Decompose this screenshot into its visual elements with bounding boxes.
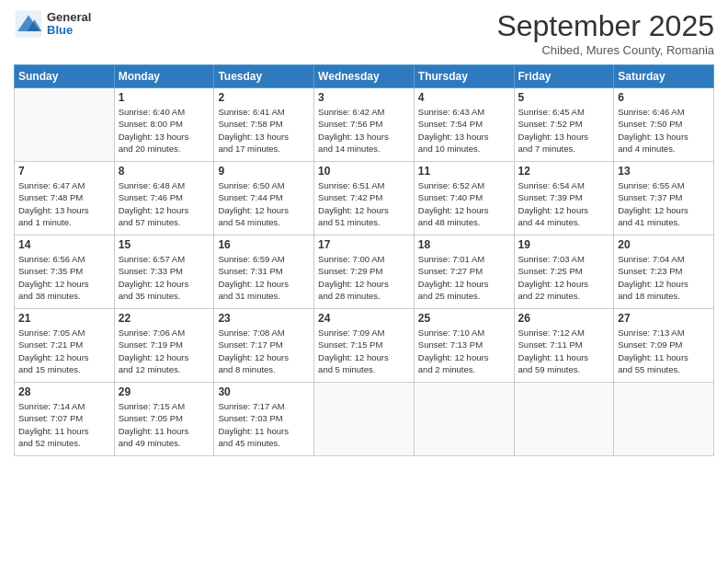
day-number: 2: [218, 91, 310, 104]
calendar-cell: [514, 383, 614, 456]
day-number: 28: [18, 385, 110, 398]
calendar-cell: 12Sunrise: 6:54 AMSunset: 7:39 PMDayligh…: [514, 162, 614, 236]
logo-icon: [14, 9, 43, 39]
day-info: Sunrise: 6:51 AMSunset: 7:42 PMDaylight:…: [318, 179, 410, 228]
day-info: Sunrise: 6:40 AMSunset: 8:00 PMDaylight:…: [119, 106, 210, 155]
calendar-cell: 25Sunrise: 7:10 AMSunset: 7:13 PMDayligh…: [414, 309, 514, 383]
day-info: Sunrise: 7:04 AMSunset: 7:23 PMDaylight:…: [618, 253, 710, 302]
calendar-cell: 26Sunrise: 7:12 AMSunset: 7:11 PMDayligh…: [514, 309, 614, 383]
calendar-cell: [614, 383, 714, 456]
day-info: Sunrise: 6:45 AMSunset: 7:52 PMDaylight:…: [518, 106, 610, 155]
day-number: 17: [318, 238, 410, 251]
day-number: 8: [119, 165, 210, 178]
calendar-cell: 29Sunrise: 7:15 AMSunset: 7:05 PMDayligh…: [114, 383, 214, 456]
calendar-cell: 6Sunrise: 6:46 AMSunset: 7:50 PMDaylight…: [614, 88, 714, 162]
day-info: Sunrise: 6:46 AMSunset: 7:50 PMDaylight:…: [618, 106, 710, 155]
day-number: 5: [518, 91, 610, 104]
day-info: Sunrise: 6:55 AMSunset: 7:37 PMDaylight:…: [618, 179, 710, 228]
day-info: Sunrise: 6:42 AMSunset: 7:56 PMDaylight:…: [318, 106, 410, 155]
day-number: 16: [218, 238, 310, 251]
day-number: 3: [318, 91, 410, 104]
calendar-cell: 27Sunrise: 7:13 AMSunset: 7:09 PMDayligh…: [614, 309, 714, 383]
week-row-3: 14Sunrise: 6:56 AMSunset: 7:35 PMDayligh…: [15, 236, 714, 309]
day-number: 11: [418, 165, 510, 178]
col-sunday: Sunday: [15, 65, 115, 88]
calendar-cell: 5Sunrise: 6:45 AMSunset: 7:52 PMDaylight…: [514, 88, 614, 162]
day-info: Sunrise: 6:52 AMSunset: 7:40 PMDaylight:…: [418, 179, 510, 228]
calendar-cell: 7Sunrise: 6:47 AMSunset: 7:48 PMDaylight…: [15, 162, 115, 236]
calendar-cell: 11Sunrise: 6:52 AMSunset: 7:40 PMDayligh…: [414, 162, 514, 236]
week-row-2: 7Sunrise: 6:47 AMSunset: 7:48 PMDaylight…: [15, 162, 714, 236]
calendar-cell: 15Sunrise: 6:57 AMSunset: 7:33 PMDayligh…: [114, 236, 214, 309]
calendar-cell: 4Sunrise: 6:43 AMSunset: 7:54 PMDaylight…: [414, 88, 514, 162]
day-info: Sunrise: 7:03 AMSunset: 7:25 PMDaylight:…: [518, 253, 610, 302]
day-number: 22: [119, 312, 210, 325]
day-number: 10: [318, 165, 410, 178]
day-number: 21: [18, 312, 110, 325]
col-wednesday: Wednesday: [314, 65, 415, 88]
day-number: 20: [618, 238, 710, 251]
calendar-cell: 23Sunrise: 7:08 AMSunset: 7:17 PMDayligh…: [214, 309, 314, 383]
day-info: Sunrise: 7:08 AMSunset: 7:17 PMDaylight:…: [218, 327, 310, 375]
day-info: Sunrise: 7:00 AMSunset: 7:29 PMDaylight:…: [318, 253, 410, 302]
calendar-cell: 9Sunrise: 6:50 AMSunset: 7:44 PMDaylight…: [214, 162, 314, 236]
calendar-cell: 2Sunrise: 6:41 AMSunset: 7:58 PMDaylight…: [214, 88, 314, 162]
week-row-1: 1Sunrise: 6:40 AMSunset: 8:00 PMDaylight…: [15, 88, 714, 162]
calendar-cell: 1Sunrise: 6:40 AMSunset: 8:00 PMDaylight…: [114, 88, 214, 162]
location: Chibed, Mures County, Romania: [496, 43, 714, 57]
week-row-4: 21Sunrise: 7:05 AMSunset: 7:21 PMDayligh…: [15, 309, 714, 383]
header-row: Sunday Monday Tuesday Wednesday Thursday…: [15, 65, 714, 88]
day-info: Sunrise: 7:06 AMSunset: 7:19 PMDaylight:…: [119, 327, 210, 375]
calendar-header: Sunday Monday Tuesday Wednesday Thursday…: [15, 65, 714, 88]
calendar-cell: 16Sunrise: 6:59 AMSunset: 7:31 PMDayligh…: [214, 236, 314, 309]
calendar-cell: 10Sunrise: 6:51 AMSunset: 7:42 PMDayligh…: [314, 162, 415, 236]
month-title: September 2025: [496, 9, 714, 43]
calendar-cell: 24Sunrise: 7:09 AMSunset: 7:15 PMDayligh…: [314, 309, 415, 383]
calendar-cell: 28Sunrise: 7:14 AMSunset: 7:07 PMDayligh…: [15, 383, 115, 456]
day-info: Sunrise: 7:17 AMSunset: 7:03 PMDaylight:…: [218, 400, 310, 449]
logo-general: General: [47, 11, 91, 24]
calendar-cell: 3Sunrise: 6:42 AMSunset: 7:56 PMDaylight…: [314, 88, 415, 162]
day-info: Sunrise: 7:05 AMSunset: 7:21 PMDaylight:…: [18, 327, 110, 375]
title-block: September 2025 Chibed, Mures County, Rom…: [496, 9, 714, 57]
day-number: 7: [18, 165, 110, 178]
day-number: 19: [518, 238, 610, 251]
day-number: 15: [119, 238, 210, 251]
day-number: 24: [318, 312, 410, 325]
day-number: 23: [218, 312, 310, 325]
day-info: Sunrise: 6:48 AMSunset: 7:46 PMDaylight:…: [119, 179, 210, 228]
logo-blue: Blue: [47, 24, 91, 37]
calendar-cell: 14Sunrise: 6:56 AMSunset: 7:35 PMDayligh…: [15, 236, 115, 309]
col-monday: Monday: [114, 65, 214, 88]
calendar-cell: 30Sunrise: 7:17 AMSunset: 7:03 PMDayligh…: [214, 383, 314, 456]
logo: General Blue: [14, 9, 91, 39]
calendar-cell: 17Sunrise: 7:00 AMSunset: 7:29 PMDayligh…: [314, 236, 415, 309]
calendar-cell: [314, 383, 415, 456]
day-info: Sunrise: 7:15 AMSunset: 7:05 PMDaylight:…: [119, 400, 210, 449]
col-thursday: Thursday: [414, 65, 514, 88]
day-info: Sunrise: 6:59 AMSunset: 7:31 PMDaylight:…: [218, 253, 310, 302]
day-number: 30: [218, 385, 310, 398]
day-number: 12: [518, 165, 610, 178]
calendar-cell: 8Sunrise: 6:48 AMSunset: 7:46 PMDaylight…: [114, 162, 214, 236]
day-info: Sunrise: 6:57 AMSunset: 7:33 PMDaylight:…: [119, 253, 210, 302]
calendar-cell: 19Sunrise: 7:03 AMSunset: 7:25 PMDayligh…: [514, 236, 614, 309]
logo-text: General Blue: [47, 11, 91, 38]
calendar-cell: 13Sunrise: 6:55 AMSunset: 7:37 PMDayligh…: [614, 162, 714, 236]
day-number: 29: [119, 385, 210, 398]
day-info: Sunrise: 7:09 AMSunset: 7:15 PMDaylight:…: [318, 327, 410, 375]
day-info: Sunrise: 6:41 AMSunset: 7:58 PMDaylight:…: [218, 106, 310, 155]
calendar-cell: [414, 383, 514, 456]
col-tuesday: Tuesday: [214, 65, 314, 88]
day-number: 9: [218, 165, 310, 178]
day-info: Sunrise: 6:43 AMSunset: 7:54 PMDaylight:…: [418, 106, 510, 155]
day-info: Sunrise: 6:56 AMSunset: 7:35 PMDaylight:…: [18, 253, 110, 302]
day-info: Sunrise: 7:01 AMSunset: 7:27 PMDaylight:…: [418, 253, 510, 302]
day-info: Sunrise: 6:54 AMSunset: 7:39 PMDaylight:…: [518, 179, 610, 228]
day-number: 6: [618, 91, 710, 104]
day-number: 14: [18, 238, 110, 251]
col-friday: Friday: [514, 65, 614, 88]
calendar-body: 1Sunrise: 6:40 AMSunset: 8:00 PMDaylight…: [15, 88, 714, 456]
page-header: General Blue September 2025 Chibed, Mure…: [14, 9, 714, 57]
calendar-table: Sunday Monday Tuesday Wednesday Thursday…: [14, 64, 714, 456]
